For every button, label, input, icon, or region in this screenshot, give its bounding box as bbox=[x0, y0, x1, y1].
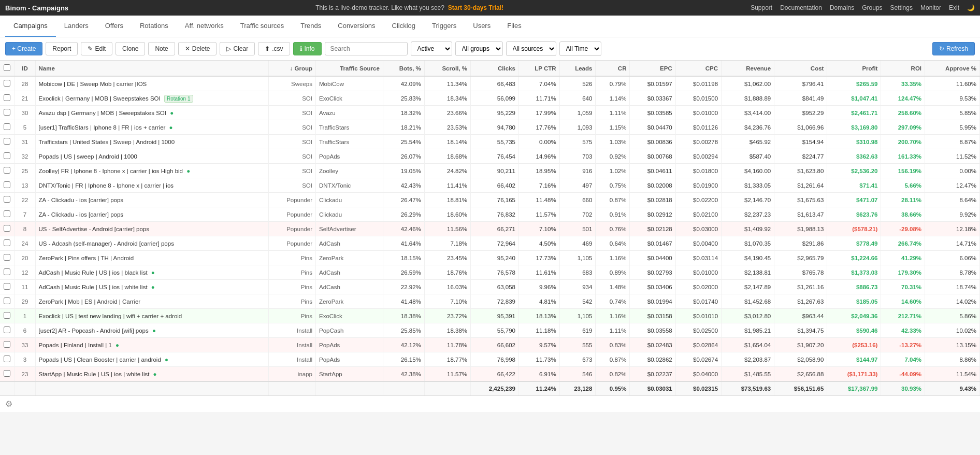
rotation-tag[interactable]: Rotation 1 bbox=[164, 95, 193, 103]
note-button[interactable]: Note bbox=[148, 42, 175, 55]
settings-link[interactable]: Settings bbox=[890, 4, 913, 11]
groups-link[interactable]: Groups bbox=[862, 4, 882, 11]
row-checkbox[interactable] bbox=[4, 297, 10, 304]
row-name[interactable]: ZeroPark | Pins offers | TH | Android bbox=[35, 251, 268, 265]
th-checkbox[interactable] bbox=[0, 61, 15, 76]
row-name[interactable]: DNTX/Tonic | FR | Iphone 8 - Iphone x | … bbox=[35, 178, 268, 193]
row-checkbox-cell[interactable] bbox=[0, 280, 15, 294]
th-leads[interactable]: Leads bbox=[559, 61, 596, 76]
row-checkbox-cell[interactable] bbox=[0, 193, 15, 207]
row-checkbox-cell[interactable] bbox=[0, 91, 15, 106]
row-checkbox[interactable] bbox=[4, 283, 10, 290]
row-checkbox-cell[interactable] bbox=[0, 367, 15, 382]
th-cost[interactable]: Cost bbox=[774, 61, 827, 76]
row-checkbox[interactable] bbox=[4, 181, 10, 188]
row-checkbox[interactable] bbox=[4, 109, 10, 116]
th-revenue[interactable]: Revenue bbox=[722, 61, 774, 76]
search-input[interactable] bbox=[325, 42, 408, 55]
row-name[interactable]: Trafficstars | United States | Sweep | A… bbox=[35, 135, 268, 149]
th-id[interactable]: ID bbox=[15, 61, 35, 76]
row-name[interactable]: Exoclick | Germany | MOB | Sweepstakes S… bbox=[35, 91, 268, 106]
exit-link[interactable]: Exit bbox=[949, 4, 959, 11]
row-name[interactable]: Avazu dsp | Germany | MOB | Sweepstakes … bbox=[35, 106, 268, 120]
domains-link[interactable]: Domains bbox=[830, 4, 854, 11]
row-checkbox[interactable] bbox=[4, 80, 10, 87]
th-traffic-source[interactable]: Traffic Source bbox=[316, 61, 383, 76]
monitor-link[interactable]: Monitor bbox=[920, 4, 941, 11]
refresh-button[interactable]: ↻ Refresh bbox=[932, 42, 975, 55]
row-checkbox-cell[interactable] bbox=[0, 222, 15, 236]
tab-offers[interactable]: Offers bbox=[97, 16, 132, 37]
th-cr[interactable]: CR bbox=[596, 61, 630, 76]
row-checkbox[interactable] bbox=[4, 152, 10, 159]
row-checkbox-cell[interactable] bbox=[0, 106, 15, 120]
row-checkbox[interactable] bbox=[4, 196, 10, 203]
row-checkbox[interactable] bbox=[4, 138, 10, 145]
row-name[interactable]: [user2] AR - Popcash - Android [wifi] po… bbox=[35, 323, 268, 338]
row-checkbox-cell[interactable] bbox=[0, 251, 15, 265]
row-checkbox-cell[interactable] bbox=[0, 338, 15, 352]
tab-landers[interactable]: Landers bbox=[56, 16, 97, 37]
row-checkbox[interactable] bbox=[4, 167, 10, 174]
th-approve[interactable]: Approve % bbox=[925, 61, 980, 76]
tab-files[interactable]: Files bbox=[499, 16, 529, 37]
clear-button[interactable]: ▷ Clear bbox=[220, 42, 255, 55]
th-bots[interactable]: Bots, % bbox=[383, 61, 424, 76]
row-checkbox-cell[interactable] bbox=[0, 149, 15, 164]
row-name[interactable]: StartApp | Music Rule | US | ios | white… bbox=[35, 367, 268, 382]
row-checkbox-cell[interactable] bbox=[0, 294, 15, 309]
row-checkbox[interactable] bbox=[4, 312, 10, 319]
th-cpc[interactable]: CPC bbox=[675, 61, 721, 76]
th-clicks[interactable]: Clicks bbox=[471, 61, 519, 76]
row-checkbox[interactable] bbox=[4, 254, 10, 261]
info-button[interactable]: ℹ Info bbox=[293, 42, 322, 55]
th-profit[interactable]: Profit bbox=[827, 61, 881, 76]
tab-clicklog[interactable]: Clicklog bbox=[384, 16, 424, 37]
row-name[interactable]: ZA - Clickadu - ios [carrier] pops bbox=[35, 193, 268, 207]
tab-triggers[interactable]: Triggers bbox=[424, 16, 465, 37]
status-filter[interactable]: Active Inactive All bbox=[411, 41, 452, 56]
row-checkbox[interactable] bbox=[4, 326, 10, 333]
row-checkbox-cell[interactable] bbox=[0, 178, 15, 193]
settings-gear-icon[interactable]: ⚙ bbox=[5, 399, 12, 409]
tab-campaigns[interactable]: Campaigns bbox=[5, 16, 56, 37]
row-checkbox[interactable] bbox=[4, 225, 10, 232]
row-checkbox[interactable] bbox=[4, 123, 10, 130]
row-name[interactable]: Popads | US | Clean Booster | carrier | … bbox=[35, 352, 268, 367]
row-name[interactable]: Popads | US | sweep | Android | 1000 bbox=[35, 149, 268, 164]
tab-users[interactable]: Users bbox=[465, 16, 499, 37]
row-checkbox[interactable] bbox=[4, 370, 10, 377]
csv-button[interactable]: ⬆ .csv bbox=[258, 42, 290, 55]
theme-toggle[interactable]: 🌙 bbox=[967, 4, 975, 11]
th-epc[interactable]: EPC bbox=[630, 61, 675, 76]
support-link[interactable]: Support bbox=[751, 4, 772, 11]
row-name[interactable]: Popads | Finland | Install | 1 ● bbox=[35, 338, 268, 352]
tab-trends[interactable]: Trends bbox=[292, 16, 329, 37]
tab-traffic-sources[interactable]: Traffic sources bbox=[232, 16, 293, 37]
th-name[interactable]: Name bbox=[35, 61, 268, 76]
report-button[interactable]: Report bbox=[46, 42, 78, 55]
row-checkbox-cell[interactable] bbox=[0, 265, 15, 280]
th-scroll[interactable]: Scroll, % bbox=[424, 61, 470, 76]
groups-filter[interactable]: All groups bbox=[455, 41, 503, 56]
row-name[interactable]: [user1] TrafficStars | Iphone 8 | FR | i… bbox=[35, 120, 268, 135]
row-name[interactable]: ZeroPark | Mob | ES | Android | Carrier bbox=[35, 294, 268, 309]
row-checkbox-cell[interactable] bbox=[0, 76, 15, 91]
row-name[interactable]: US - Adcash (self-manager) - Android [ca… bbox=[35, 236, 268, 251]
delete-button[interactable]: ✕ Delete bbox=[178, 42, 217, 55]
row-checkbox-cell[interactable] bbox=[0, 164, 15, 178]
row-checkbox-cell[interactable] bbox=[0, 207, 15, 222]
row-name[interactable]: Zoolley| FR | Iphone 8 - Iphone x | carr… bbox=[35, 164, 268, 178]
tab-rotations[interactable]: Rotations bbox=[132, 16, 177, 37]
row-checkbox[interactable] bbox=[4, 239, 10, 246]
row-checkbox-cell[interactable] bbox=[0, 120, 15, 135]
row-checkbox[interactable] bbox=[4, 356, 10, 362]
select-all-checkbox[interactable] bbox=[4, 64, 10, 71]
trial-link[interactable]: Start 30-days Trial! bbox=[448, 4, 503, 11]
row-name[interactable]: US - SelfAdvertise - Android [carrier] p… bbox=[35, 222, 268, 236]
th-group[interactable]: ↓ Group bbox=[268, 61, 315, 76]
row-checkbox[interactable] bbox=[4, 341, 10, 348]
time-filter[interactable]: All Time bbox=[559, 41, 601, 56]
row-checkbox-cell[interactable] bbox=[0, 135, 15, 149]
row-name[interactable]: ZA - Clickadu - ios [carrier] pops bbox=[35, 207, 268, 222]
